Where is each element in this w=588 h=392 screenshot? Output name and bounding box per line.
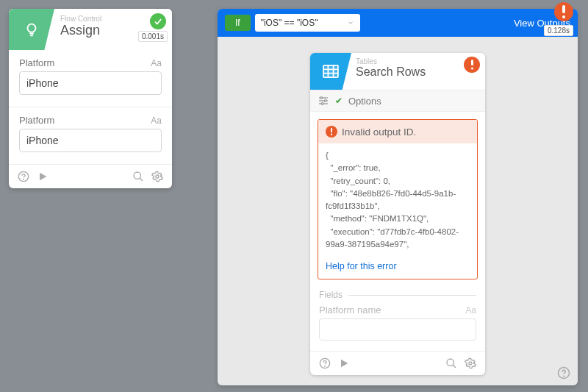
assign-icon-block bbox=[9, 9, 54, 50]
error-title: Invalid output ID. bbox=[342, 126, 416, 138]
svg-marker-3 bbox=[40, 173, 46, 181]
svg-line-5 bbox=[140, 178, 143, 181]
help-icon[interactable] bbox=[557, 366, 570, 379]
options-row[interactable]: ✔ Options bbox=[310, 90, 485, 112]
svg-point-15 bbox=[471, 68, 473, 70]
if-pill: If bbox=[225, 15, 251, 31]
assign-title-block: Flow Control Assign bbox=[60, 15, 101, 38]
error-icon bbox=[326, 126, 337, 138]
svg-point-8 bbox=[562, 15, 565, 18]
table-icon bbox=[323, 65, 339, 78]
fields-section: Fields Platform name Aa bbox=[310, 287, 485, 351]
platform-output[interactable] bbox=[19, 129, 162, 152]
if-header: If "iOS" == "iOS" View Outputs 0.128s bbox=[218, 9, 578, 37]
assign-input-section: Platform Aa bbox=[9, 50, 172, 107]
check-icon: ✔ bbox=[335, 96, 343, 106]
svg-point-0 bbox=[28, 24, 36, 32]
field-type-indicator: Aa bbox=[151, 115, 162, 126]
error-badge bbox=[554, 2, 573, 21]
gear-icon[interactable] bbox=[465, 357, 476, 369]
assign-output-section: Platform Aa bbox=[9, 107, 172, 164]
search-icon[interactable] bbox=[132, 171, 144, 182]
platform-name-label: Platform name bbox=[319, 304, 381, 316]
help-icon[interactable] bbox=[18, 171, 29, 182]
search-rows-card: Tables Search Rows ✔ Options Invalid out… bbox=[310, 53, 485, 375]
condition-dropdown[interactable]: "iOS" == "iOS" bbox=[255, 14, 361, 32]
assign-footer bbox=[9, 164, 172, 188]
play-icon[interactable] bbox=[338, 357, 350, 369]
chevron-down-icon bbox=[347, 19, 354, 26]
sliders-icon bbox=[318, 95, 329, 107]
exclamation-icon bbox=[562, 5, 565, 18]
assign-title: Assign bbox=[60, 23, 101, 38]
condition-text: "iOS" == "iOS" bbox=[261, 18, 318, 28]
search-rows-category: Tables bbox=[356, 57, 426, 65]
platform-name-input[interactable] bbox=[319, 318, 476, 341]
error-block: Invalid output ID. { "_error": true, "re… bbox=[318, 119, 478, 279]
field-type-indicator: Aa bbox=[151, 58, 162, 68]
assign-header: Flow Control Assign 0.001s bbox=[9, 9, 172, 50]
svg-point-19 bbox=[320, 97, 323, 99]
fields-legend: Fields bbox=[319, 290, 343, 300]
svg-point-20 bbox=[324, 100, 326, 102]
svg-point-2 bbox=[24, 179, 24, 180]
field-label: Platform bbox=[19, 115, 54, 126]
svg-rect-9 bbox=[323, 65, 338, 77]
svg-point-21 bbox=[321, 103, 323, 105]
if-container: If "iOS" == "iOS" View Outputs 0.128s Ta… bbox=[218, 9, 578, 385]
assign-category: Flow Control bbox=[60, 15, 101, 23]
svg-rect-7 bbox=[562, 5, 565, 13]
lightbulb-icon bbox=[24, 21, 40, 38]
container-timing: 0.128s bbox=[544, 25, 573, 36]
search-rows-title: Search Rows bbox=[356, 65, 426, 79]
platform-input[interactable] bbox=[19, 71, 162, 95]
success-badge bbox=[150, 13, 166, 29]
field-label: Platform bbox=[19, 57, 54, 68]
exclamation-icon bbox=[331, 128, 333, 135]
error-body: { "_error": true, "retry_count": 0, "flo… bbox=[318, 143, 477, 257]
svg-rect-14 bbox=[471, 60, 473, 65]
check-icon bbox=[153, 16, 163, 26]
options-label: Options bbox=[348, 96, 381, 107]
svg-rect-22 bbox=[331, 128, 333, 132]
assign-card: Flow Control Assign 0.001s Platform Aa P… bbox=[9, 9, 172, 188]
svg-point-27 bbox=[447, 359, 453, 366]
svg-point-31 bbox=[564, 376, 564, 377]
svg-point-29 bbox=[469, 362, 472, 365]
help-link[interactable]: Help for this error bbox=[318, 257, 477, 279]
exclamation-icon bbox=[471, 60, 473, 70]
svg-line-28 bbox=[453, 365, 456, 368]
search-icon[interactable] bbox=[445, 357, 457, 369]
search-rows-footer bbox=[310, 351, 485, 375]
search-rows-header: Tables Search Rows bbox=[310, 53, 485, 90]
help-icon[interactable] bbox=[319, 357, 331, 369]
svg-point-6 bbox=[156, 175, 159, 178]
search-rows-title-block: Tables Search Rows bbox=[356, 57, 426, 79]
field-type-indicator: Aa bbox=[465, 305, 476, 316]
svg-point-4 bbox=[134, 172, 140, 179]
error-badge bbox=[464, 57, 480, 73]
assign-timing: 0.001s bbox=[138, 31, 168, 42]
play-icon[interactable] bbox=[37, 171, 49, 182]
svg-point-23 bbox=[331, 133, 333, 135]
divider bbox=[348, 295, 476, 296]
svg-marker-26 bbox=[341, 360, 348, 368]
svg-point-25 bbox=[325, 366, 326, 367]
gear-icon[interactable] bbox=[151, 171, 163, 182]
search-rows-icon-block bbox=[310, 53, 351, 90]
